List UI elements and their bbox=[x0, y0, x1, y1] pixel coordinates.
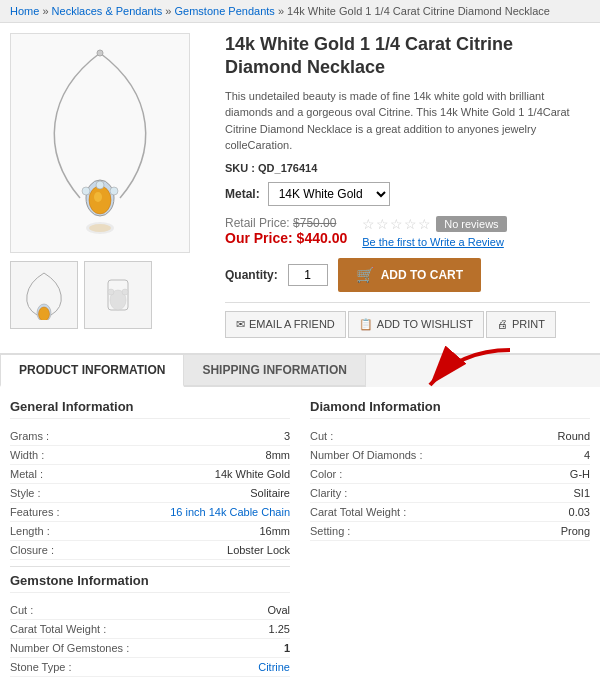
stone-type-label: Stone Type : bbox=[10, 661, 72, 673]
price-block: Retail Price: $750.00 Our Price: $440.00 bbox=[225, 216, 347, 246]
no-reviews-button[interactable]: No reviews bbox=[436, 216, 506, 232]
dia-setting-label: Setting : bbox=[310, 525, 350, 537]
info-row-dia-number: Number Of Diamonds : 4 bbox=[310, 446, 590, 465]
info-row-length: Length : 16mm bbox=[10, 522, 290, 541]
gem-cut-value: Oval bbox=[267, 604, 290, 616]
info-row-stone-type: Stone Type : Citrine bbox=[10, 658, 290, 677]
gem-number-value: 1 bbox=[284, 642, 290, 654]
quantity-input[interactable] bbox=[288, 264, 328, 286]
info-row-metal: Metal : 14k White Gold bbox=[10, 465, 290, 484]
tab-shipping-info-label: SHIPPING INFORMATION bbox=[202, 363, 346, 377]
our-price-value: $440.00 bbox=[297, 230, 348, 246]
info-row-grams: Grams : 3 bbox=[10, 427, 290, 446]
svg-point-4 bbox=[110, 187, 118, 195]
price-review-row: Retail Price: $750.00 Our Price: $440.00… bbox=[225, 216, 590, 248]
svg-point-13 bbox=[108, 289, 114, 295]
grams-value: 3 bbox=[284, 430, 290, 442]
breadcrumb-gemstone[interactable]: Gemstone Pendants bbox=[175, 5, 275, 17]
dia-clarity-label: Clarity : bbox=[310, 487, 347, 499]
gemstone-divider bbox=[10, 566, 290, 567]
dia-color-value: G-H bbox=[570, 468, 590, 480]
action-buttons: ✉ EMAIL A FRIEND 📋 ADD TO WISHLIST 🖨 PRI… bbox=[225, 302, 590, 338]
main-content: 14k White Gold 1 1/4 Carat Citrine Diamo… bbox=[0, 23, 600, 348]
general-info-heading: General Information bbox=[10, 399, 290, 419]
star-1: ☆ bbox=[362, 216, 375, 232]
gem-carat-label: Carat Total Weight : bbox=[10, 623, 106, 635]
info-row-dia-color: Color : G-H bbox=[310, 465, 590, 484]
svg-point-10 bbox=[39, 307, 50, 320]
closure-value: Lobster Lock bbox=[227, 544, 290, 556]
grams-label: Grams : bbox=[10, 430, 49, 442]
our-price-label: Our Price: bbox=[225, 230, 293, 246]
sku-value: QD_176414 bbox=[258, 162, 317, 174]
svg-point-3 bbox=[82, 187, 90, 195]
retail-label: Retail Price: bbox=[225, 216, 290, 230]
write-review-link[interactable]: Be the first to Write a Review bbox=[362, 236, 504, 248]
svg-point-14 bbox=[122, 289, 128, 295]
thumbnail-2[interactable] bbox=[84, 261, 152, 329]
breadcrumb-necklaces[interactable]: Necklaces & Pendants bbox=[52, 5, 163, 17]
left-info-col: General Information Grams : 3 Width : 8m… bbox=[10, 399, 290, 677]
product-title: 14k White Gold 1 1/4 Carat Citrine Diamo… bbox=[225, 33, 590, 80]
info-row-closure: Closure : Lobster Lock bbox=[10, 541, 290, 560]
width-label: Width : bbox=[10, 449, 44, 461]
star-5: ☆ bbox=[418, 216, 431, 232]
info-row-style: Style : Solitaire bbox=[10, 484, 290, 503]
style-value: Solitaire bbox=[250, 487, 290, 499]
dia-cut-value: Round bbox=[558, 430, 590, 442]
info-row-dia-carat: Carat Total Weight : 0.03 bbox=[310, 503, 590, 522]
info-row-dia-cut: Cut : Round bbox=[310, 427, 590, 446]
general-info-rows: Grams : 3 Width : 8mm Metal : 14k White … bbox=[10, 427, 290, 560]
right-column: 14k White Gold 1 1/4 Carat Citrine Diamo… bbox=[225, 33, 590, 338]
print-button[interactable]: 🖨 PRINT bbox=[486, 311, 556, 338]
dia-color-label: Color : bbox=[310, 468, 342, 480]
info-row-width: Width : 8mm bbox=[10, 446, 290, 465]
svg-point-8 bbox=[89, 224, 111, 232]
tabs-row: PRODUCT INFORMATION SHIPPING INFORMATION bbox=[0, 355, 600, 387]
stone-type-value[interactable]: Citrine bbox=[258, 661, 290, 673]
diamond-info-heading: Diamond Information bbox=[310, 399, 590, 419]
necklace-illustration bbox=[30, 43, 170, 243]
info-section: General Information Grams : 3 Width : 8m… bbox=[0, 387, 600, 689]
retail-price-value: $750.00 bbox=[293, 216, 336, 230]
info-row-dia-setting: Setting : Prong bbox=[310, 522, 590, 541]
dia-clarity-value: SI1 bbox=[573, 487, 590, 499]
breadcrumb: Home » Necklaces & Pendants » Gemstone P… bbox=[0, 0, 600, 23]
breadcrumb-current: 14k White Gold 1 1/4 Carat Citrine Diamo… bbox=[287, 5, 550, 17]
star-2: ☆ bbox=[376, 216, 389, 232]
breadcrumb-home[interactable]: Home bbox=[10, 5, 39, 17]
add-to-cart-label: ADD TO CART bbox=[381, 268, 463, 282]
cart-icon: 🛒 bbox=[356, 266, 375, 284]
add-wishlist-label: ADD TO WISHLIST bbox=[377, 318, 473, 330]
retail-price: Retail Price: $750.00 bbox=[225, 216, 347, 230]
length-label: Length : bbox=[10, 525, 50, 537]
info-row-gem-cut: Cut : Oval bbox=[10, 601, 290, 620]
sku-label: SKU : bbox=[225, 162, 255, 174]
tab-shipping-info[interactable]: SHIPPING INFORMATION bbox=[184, 355, 365, 387]
metal-select[interactable]: 14K White Gold 14K Yellow Gold bbox=[268, 182, 390, 206]
metal-info-label: Metal : bbox=[10, 468, 43, 480]
our-price: Our Price: $440.00 bbox=[225, 230, 347, 246]
thumbnail-1[interactable] bbox=[10, 261, 78, 329]
info-row-dia-clarity: Clarity : SI1 bbox=[310, 484, 590, 503]
svg-point-2 bbox=[94, 192, 102, 202]
gemstone-info-rows: Cut : Oval Carat Total Weight : 1.25 Num… bbox=[10, 601, 290, 677]
metal-row: Metal: 14K White Gold 14K Yellow Gold bbox=[225, 182, 590, 206]
features-label: Features : bbox=[10, 506, 60, 518]
thumbnails bbox=[10, 261, 210, 329]
dia-cut-label: Cut : bbox=[310, 430, 333, 442]
features-value[interactable]: 16 inch 14k Cable Chain bbox=[170, 506, 290, 518]
star-rating: ☆ ☆ ☆ ☆ ☆ bbox=[362, 216, 431, 232]
add-to-cart-button[interactable]: 🛒 ADD TO CART bbox=[338, 258, 481, 292]
metal-label: Metal: bbox=[225, 187, 260, 201]
email-friend-button[interactable]: ✉ EMAIL A FRIEND bbox=[225, 311, 346, 338]
tab-product-info[interactable]: PRODUCT INFORMATION bbox=[0, 355, 184, 387]
print-icon: 🖨 bbox=[497, 318, 508, 330]
add-wishlist-button[interactable]: 📋 ADD TO WISHLIST bbox=[348, 311, 484, 338]
sku-row: SKU : QD_176414 bbox=[225, 162, 590, 174]
review-block: ☆ ☆ ☆ ☆ ☆ No reviews Be the first to Wri… bbox=[362, 216, 506, 248]
qty-cart-row: Quantity: 🛒 ADD TO CART bbox=[225, 258, 590, 292]
style-label: Style : bbox=[10, 487, 41, 499]
info-row-features: Features : 16 inch 14k Cable Chain bbox=[10, 503, 290, 522]
product-description: This undetailed beauty is made of fine 1… bbox=[225, 88, 590, 154]
